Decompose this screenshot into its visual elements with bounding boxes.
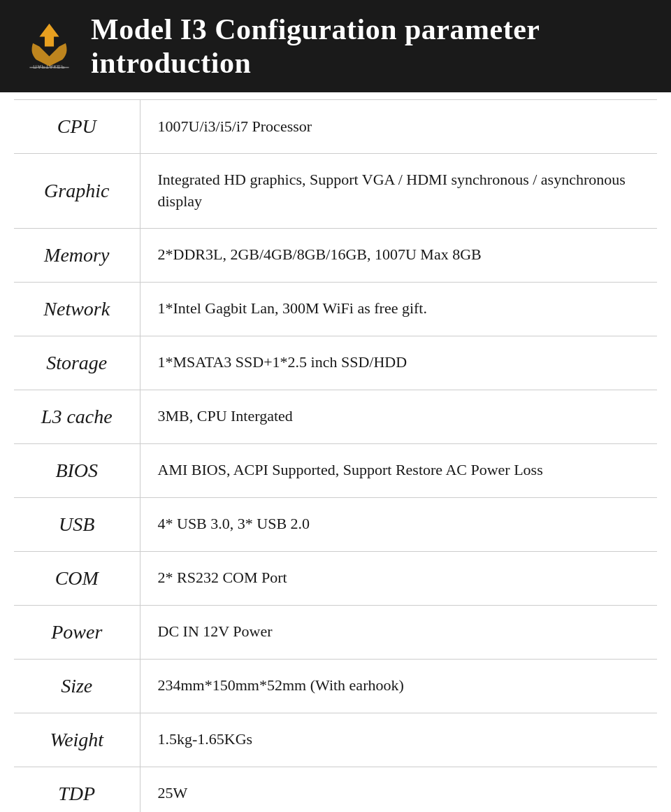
spec-value: 1*MSATA3 SSD+1*2.5 inch SSD/HDD [140,336,657,390]
spec-label: Power [14,605,140,659]
table-row: Network1*Intel Gagbit Lan, 300M WiFi as … [14,282,657,336]
spec-value: Integrated HD graphics, Support VGA / HD… [140,154,657,229]
spec-label: Weight [14,713,140,767]
svg-marker-0 [39,23,59,46]
spec-value: DC IN 12V Power [140,605,657,659]
spec-label: Network [14,282,140,336]
page-header: ПАРТАКЕР Model I3 Configuration paramete… [0,0,671,92]
table-row: Memory2*DDR3L, 2GB/4GB/8GB/16GB, 1007U M… [14,228,657,282]
spec-label: Size [14,659,140,713]
spec-value: 1*Intel Gagbit Lan, 300M WiFi as free gi… [140,282,657,336]
table-row: Storage1*MSATA3 SSD+1*2.5 inch SSD/HDD [14,336,657,390]
spec-label: Storage [14,336,140,390]
spec-label: BIOS [14,443,140,497]
spec-label: Graphic [14,154,140,229]
specs-table-container: CPU1007U/i3/i5/i7 ProcessorGraphicIntegr… [0,92,671,812]
spec-value: 3MB, CPU Intergated [140,390,657,443]
table-row: CPU1007U/i3/i5/i7 Processor [14,100,657,154]
spec-value: 2*DDR3L, 2GB/4GB/8GB/16GB, 1007U Max 8GB [140,228,657,282]
spec-value: 234mm*150mm*52mm (With earhook) [140,659,657,713]
table-row: USB4* USB 3.0, 3* USB 2.0 [14,497,657,551]
spec-value: 1.5kg-1.65KGs [140,713,657,767]
table-row: Weight1.5kg-1.65KGs [14,713,657,767]
spec-label: Memory [14,228,140,282]
specs-table: CPU1007U/i3/i5/i7 ProcessorGraphicIntegr… [14,99,657,812]
table-row: GraphicIntegrated HD graphics, Support V… [14,154,657,229]
table-row: COM2* RS232 COM Port [14,551,657,605]
table-row: TDP25W [14,767,657,812]
spec-label: USB [14,497,140,551]
spec-value: AMI BIOS, ACPI Supported, Support Restor… [140,443,657,497]
page-title: Model I3 Configuration parameter introdu… [91,13,650,80]
spec-label: L3 cache [14,390,140,443]
svg-text:ПАРТАКЕР: ПАРТАКЕР [33,63,65,69]
table-row: PowerDC IN 12V Power [14,605,657,659]
spec-value: 4* USB 3.0, 3* USB 2.0 [140,497,657,551]
spec-label: COM [14,551,140,605]
table-row: Size234mm*150mm*52mm (With earhook) [14,659,657,713]
spec-label: CPU [14,100,140,154]
spec-value: 25W [140,767,657,812]
table-row: L3 cache3MB, CPU Intergated [14,390,657,443]
spec-value: 2* RS232 COM Port [140,551,657,605]
spec-value: 1007U/i3/i5/i7 Processor [140,100,657,154]
logo: ПАРТАКЕР [21,20,77,73]
spec-label: TDP [14,767,140,812]
table-row: BIOSAMI BIOS, ACPI Supported, Support Re… [14,443,657,497]
